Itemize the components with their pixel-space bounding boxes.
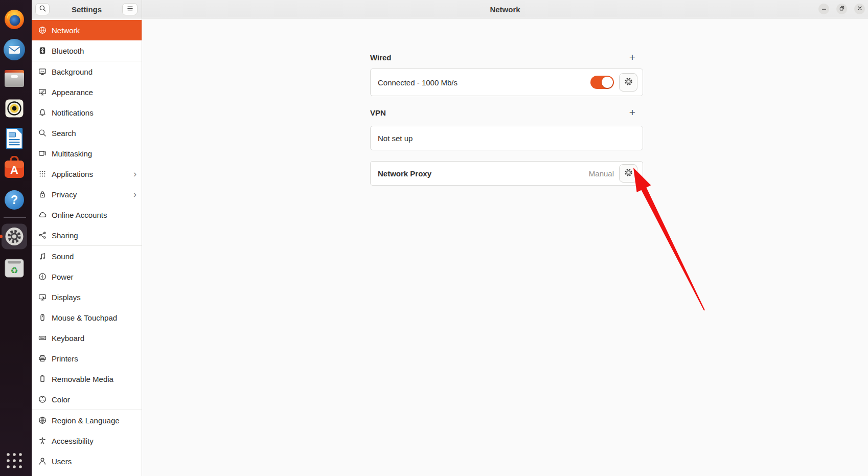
applications-icon xyxy=(38,170,47,178)
chevron-right-icon xyxy=(133,190,136,198)
sidebar-item-label: Bluetooth xyxy=(52,47,136,55)
dock-item-show-applications[interactable] xyxy=(6,452,23,471)
wired-status-label: Connected - 1000 Mb/s xyxy=(378,78,458,87)
sidebar-item-accessibility[interactable]: Accessibility xyxy=(32,430,142,451)
sidebar-item-sound[interactable]: Sound xyxy=(32,246,142,266)
sidebar-item-label: Region & Language xyxy=(52,416,136,425)
close-icon xyxy=(856,5,863,14)
sidebar-item-keyboard[interactable]: Keyboard xyxy=(32,328,142,348)
sidebar-item-applications[interactable]: Applications xyxy=(32,164,142,184)
privacy-icon xyxy=(38,190,47,198)
settings-sidebar: NetworkBluetoothBackgroundAppearanceNoti… xyxy=(32,18,142,476)
firefox-icon xyxy=(4,22,25,31)
sidebar-item-background[interactable]: Background xyxy=(32,61,142,82)
sidebar-item-label: Color xyxy=(52,395,136,404)
sidebar-item-sharing[interactable]: Sharing xyxy=(32,225,142,245)
sidebar-item-label: Power xyxy=(52,273,136,281)
sidebar-item-removable-media[interactable]: Removable Media xyxy=(32,369,142,389)
app-grid-icon xyxy=(6,462,23,471)
wired-section-title: Wired xyxy=(370,53,392,62)
multitasking-icon xyxy=(38,149,47,157)
add-vpn-button[interactable]: + xyxy=(626,106,639,119)
sidebar-item-online-accounts[interactable]: Online Accounts xyxy=(32,205,142,225)
dock-item-firefox[interactable] xyxy=(4,9,25,32)
sidebar-item-label: Keyboard xyxy=(52,334,136,343)
dock-item-settings[interactable] xyxy=(2,223,28,252)
sidebar-item-bluetooth[interactable]: Bluetooth xyxy=(32,40,142,61)
sidebar-item-search[interactable]: Search xyxy=(32,123,142,143)
ubuntu-software-icon: A xyxy=(4,172,25,181)
sidebar-item-multitasking[interactable]: Multitasking xyxy=(32,143,142,164)
sidebar-header: Settings xyxy=(32,0,142,18)
sidebar-item-label: Appearance xyxy=(52,88,136,97)
wired-connection-row[interactable]: Connected - 1000 Mb/s xyxy=(370,69,643,96)
vpn-status-label: Not set up xyxy=(378,134,413,143)
minimize-button[interactable] xyxy=(818,4,829,14)
sidebar-item-appearance[interactable]: Appearance xyxy=(32,82,142,102)
bluetooth-icon xyxy=(38,47,47,55)
dock-item-libreoffice-writer[interactable] xyxy=(6,128,23,151)
page-title: Network xyxy=(142,0,868,18)
wired-section-header: Wired + xyxy=(370,50,643,64)
sidebar-item-color[interactable]: Color xyxy=(32,389,142,410)
sidebar-item-printers[interactable]: Printers xyxy=(32,348,142,369)
sidebar-item-label: Network xyxy=(52,26,136,35)
dock-item-files[interactable] xyxy=(4,70,25,92)
minimize-icon xyxy=(820,5,828,14)
close-button[interactable] xyxy=(854,4,865,14)
sidebar-item-region[interactable]: Region & Language xyxy=(32,410,142,430)
wired-settings-button[interactable] xyxy=(619,73,637,92)
dock-item-rhythmbox[interactable] xyxy=(5,99,24,120)
dock-item-trash[interactable]: ♻ xyxy=(5,257,24,280)
dock-item-help[interactable]: ? xyxy=(4,190,25,212)
sidebar-item-displays[interactable]: Displays xyxy=(32,287,142,307)
help-icon: ? xyxy=(4,203,25,212)
sidebar-item-label: Applications xyxy=(52,170,128,178)
vpn-row[interactable]: Not set up xyxy=(370,126,643,150)
sidebar-item-label: Sound xyxy=(52,252,136,261)
files-icon xyxy=(4,83,25,92)
sidebar-item-network[interactable]: Network xyxy=(32,20,142,40)
settings-icon xyxy=(2,242,28,251)
sidebar-item-notifications[interactable]: Notifications xyxy=(32,102,142,123)
trash-icon: ♻ xyxy=(5,270,24,279)
network-proxy-settings-button[interactable] xyxy=(619,164,637,183)
desktop: A?♻ Settings Network xyxy=(0,0,868,476)
chevron-right-icon xyxy=(133,170,136,178)
wired-toggle[interactable] xyxy=(590,76,614,89)
menu-button[interactable] xyxy=(122,3,138,15)
mouse-icon xyxy=(38,313,47,322)
sidebar-item-label: Displays xyxy=(52,293,136,302)
sharing-icon xyxy=(38,231,47,239)
sidebar-item-label: Mouse & Touchpad xyxy=(52,313,136,322)
sidebar-item-privacy[interactable]: Privacy xyxy=(32,184,142,205)
sidebar-item-power[interactable]: Power xyxy=(32,266,142,287)
sidebar-item-label: Background xyxy=(52,67,136,76)
sidebar-item-label: Multitasking xyxy=(52,149,136,158)
sidebar-item-users[interactable]: Users xyxy=(32,451,142,471)
add-wired-connection-button[interactable]: + xyxy=(626,51,639,64)
appearance-icon xyxy=(38,88,47,96)
sidebar-item-label: Online Accounts xyxy=(52,211,136,219)
vpn-section-title: VPN xyxy=(370,108,386,117)
displays-icon xyxy=(38,293,47,301)
libreoffice-writer-icon xyxy=(6,142,23,151)
region-language-icon xyxy=(38,416,47,424)
users-icon xyxy=(38,457,47,465)
sidebar-item-label: Users xyxy=(52,457,136,466)
svg-text:A: A xyxy=(10,164,18,176)
sidebar-item-label: Printers xyxy=(52,354,136,363)
search-icon xyxy=(38,129,47,137)
rhythmbox-icon xyxy=(5,110,24,119)
network-proxy-row[interactable]: Network Proxy Manual xyxy=(370,161,643,186)
background-icon xyxy=(38,67,47,76)
restore-button[interactable] xyxy=(836,4,847,14)
power-icon xyxy=(38,273,47,281)
sidebar-item-mouse[interactable]: Mouse & Touchpad xyxy=(32,307,142,328)
dock-item-ubuntu-software[interactable]: A xyxy=(4,156,25,182)
network-proxy-value: Manual xyxy=(589,169,614,178)
dock-item-thunderbird[interactable] xyxy=(3,38,26,63)
keyboard-icon xyxy=(38,334,47,342)
restore-icon xyxy=(838,5,846,14)
thunderbird-icon xyxy=(3,54,26,62)
